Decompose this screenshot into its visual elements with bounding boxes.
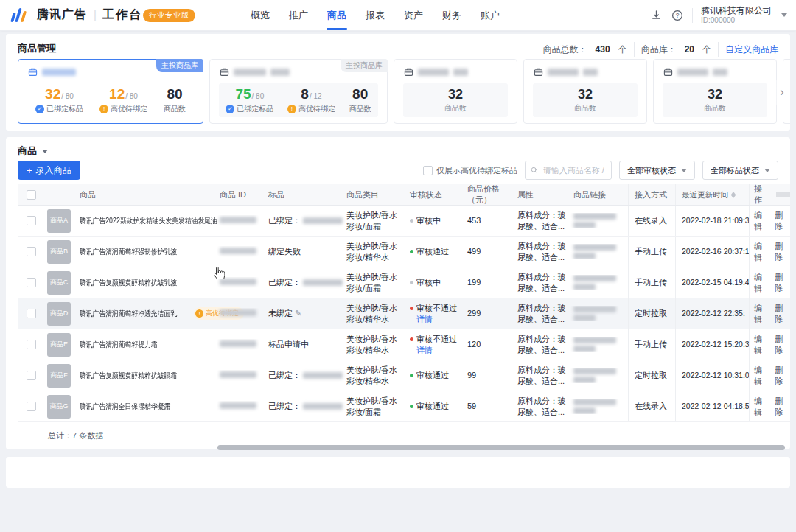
product-name: 腾讯广告复颜视黄醇精粹抗皱眼霜 xyxy=(74,370,214,381)
nav-item-account[interactable]: 账户 xyxy=(479,0,501,30)
library-title-blurred xyxy=(453,69,468,76)
updated-time: 2022-02-15 04:19:4 xyxy=(675,267,749,298)
col-product: 商品 xyxy=(74,189,214,200)
nav-item-assets[interactable]: 资产 xyxy=(402,0,425,30)
product-attrs: 原料成分：玻尿酸、适合... xyxy=(512,210,568,232)
audit-status: 审核通过 xyxy=(404,370,461,381)
row-actions: 编辑删除 xyxy=(749,391,790,421)
library-card-2[interactable]: 主投商品库 75/ 80 ✓已绑定标品 8/ 12 !高优待绑定 80 商品数 xyxy=(209,59,388,124)
delete-link[interactable]: 删除 xyxy=(775,210,791,232)
product-thumbnail: 商品D xyxy=(44,302,74,326)
edit-sku-icon[interactable]: ✎ xyxy=(295,309,301,318)
product-attrs: 原料成分：玻尿酸、适合... xyxy=(512,272,568,294)
horizontal-scrollbar[interactable] xyxy=(217,445,785,450)
section-selector[interactable]: 商品 xyxy=(18,144,48,158)
nav-item-reports[interactable]: 报表 xyxy=(364,0,386,30)
edit-link[interactable]: 编辑 xyxy=(754,396,769,418)
nav-item-finance[interactable]: 财务 xyxy=(441,0,463,30)
sku-status: 已绑定： xyxy=(262,277,341,288)
access-method: 手动上传 xyxy=(628,329,675,360)
watermark-blur xyxy=(776,192,790,197)
product-link-blurred xyxy=(568,244,628,259)
tencent-ads-logo-icon xyxy=(12,7,31,22)
product-price: 299 xyxy=(461,308,512,319)
delete-link[interactable]: 删除 xyxy=(775,396,791,418)
priority-count: 12 xyxy=(109,86,125,102)
product-name: 腾讯广告清润葡萄籽提力霜 xyxy=(74,339,214,350)
sku-status: 绑定失败 xyxy=(262,246,341,257)
product-category: 美妆护肤/香水彩妆/精华水 xyxy=(341,334,404,356)
sku-status-select[interactable]: 全部标品状态 xyxy=(702,161,778,180)
edit-link[interactable]: 编辑 xyxy=(754,210,769,232)
row-actions: 编辑删除 xyxy=(749,329,790,360)
edit-link[interactable]: 编辑 xyxy=(754,303,769,325)
library-card-5[interactable]: 32 商品数 xyxy=(653,59,777,124)
sku-status: 已绑定： xyxy=(262,370,341,381)
row-checkbox[interactable] xyxy=(18,340,44,349)
sort-icon[interactable] xyxy=(731,192,736,198)
library-card-3[interactable]: 32 商品数 xyxy=(394,59,517,124)
priority-icon: ! xyxy=(100,105,108,113)
edit-link[interactable]: 编辑 xyxy=(754,334,769,356)
library-title-blurred xyxy=(42,69,76,76)
custom-library-link[interactable]: 自定义商品库 xyxy=(725,43,778,56)
library-card-1[interactable]: 主投商品库 32/ 80 ✓已绑定标品 12/ 80 !高优待绑定 80 商品数 xyxy=(18,59,203,124)
product-link-blurred xyxy=(568,337,628,352)
delete-link[interactable]: 删除 xyxy=(775,365,791,387)
delete-link[interactable]: 删除 xyxy=(775,241,791,263)
audit-detail-link[interactable]: 详情 xyxy=(416,346,433,354)
table-row: 商品D 腾讯广告清润葡萄籽净透光洁面乳!高优待绑定 未绑定✎ 美妆护肤/香水彩妆… xyxy=(18,298,790,329)
chevron-down-icon xyxy=(764,169,770,172)
product-name: 腾讯广告复颜视黄醇精粹抗皱乳液 xyxy=(74,277,214,288)
delete-link[interactable]: 删除 xyxy=(775,334,791,356)
chevron-down-icon[interactable] xyxy=(781,13,787,17)
col-audit-status: 审核状态 xyxy=(404,189,461,200)
library-count-panel: 32 商品数 xyxy=(403,83,508,117)
updated-time: 2022-02-16 20:37:1 xyxy=(675,237,749,267)
table-header-row: 商品 商品 ID 标品 商品类目 审核状态 商品价格（元） 属性 商品链接 接入… xyxy=(18,184,790,206)
edit-link[interactable]: 编辑 xyxy=(754,241,769,263)
search-input[interactable] xyxy=(542,165,606,175)
products-table: 商品 商品 ID 标品 商品类目 审核状态 商品价格（元） 属性 商品链接 接入… xyxy=(18,184,790,449)
row-checkbox[interactable] xyxy=(18,216,44,225)
library-title-blurred xyxy=(713,69,727,76)
nav-item-overview[interactable]: 概览 xyxy=(249,0,271,30)
add-product-button[interactable]: + 录入商品 xyxy=(18,161,80,180)
total-count-text: 总计：7 条数据 xyxy=(48,430,103,441)
product-name: 腾讯广告清润葡萄籽强韧修护乳液 xyxy=(74,246,214,257)
sku-name-blurred xyxy=(303,279,343,286)
audit-status-select[interactable]: 全部审核状态 xyxy=(619,161,695,180)
library-card-4[interactable]: 32 商品数 xyxy=(523,59,647,124)
edit-link[interactable]: 编辑 xyxy=(754,365,769,387)
col-sku: 标品 xyxy=(262,189,341,200)
main-nav: 概览 推广 商品 报表 资产 财务 账户 xyxy=(249,0,501,30)
audit-detail-link[interactable]: 详情 xyxy=(416,315,433,323)
nav-item-promotion[interactable]: 推广 xyxy=(287,0,310,30)
row-checkbox[interactable] xyxy=(18,247,44,256)
product-management-panel: 商品管理 商品总数：430个 商品库：20个 自定义商品库 主投商品库 32/ … xyxy=(6,34,790,131)
nav-item-products[interactable]: 商品 xyxy=(326,0,348,30)
table-row: 商品C 腾讯广告复颜视黄醇精粹抗皱乳液 已绑定： 美妆护肤/香水彩妆/面霜 审核… xyxy=(18,267,790,298)
help-icon[interactable]: ? xyxy=(671,9,684,22)
product-thumbnail: 商品F xyxy=(44,364,74,388)
row-checkbox[interactable] xyxy=(18,278,44,287)
priority-only-checkbox[interactable]: 仅展示高优待绑定标品 xyxy=(423,165,517,176)
sku-status: 未绑定✎ xyxy=(262,308,341,319)
edit-link[interactable]: 编辑 xyxy=(754,272,769,294)
carousel-next-icon[interactable]: › xyxy=(774,80,790,105)
row-actions: 编辑删除 xyxy=(749,237,790,267)
account-switcher[interactable]: 腾讯科技有限公司 ID:000000 xyxy=(701,5,772,24)
row-checkbox[interactable] xyxy=(18,371,44,380)
row-checkbox[interactable] xyxy=(18,309,44,318)
product-count: 80 xyxy=(167,86,182,102)
download-icon[interactable] xyxy=(649,9,663,22)
delete-link[interactable]: 删除 xyxy=(775,272,791,294)
status-dot xyxy=(410,250,413,253)
select-all-checkbox[interactable] xyxy=(18,190,44,200)
product-thumbnail: 商品C xyxy=(44,271,74,295)
row-actions: 编辑删除 xyxy=(749,267,790,298)
col-updated: 最近更新时间 xyxy=(675,184,749,205)
navbar-divider xyxy=(692,8,693,23)
delete-link[interactable]: 删除 xyxy=(775,303,791,325)
row-checkbox[interactable] xyxy=(18,402,44,411)
